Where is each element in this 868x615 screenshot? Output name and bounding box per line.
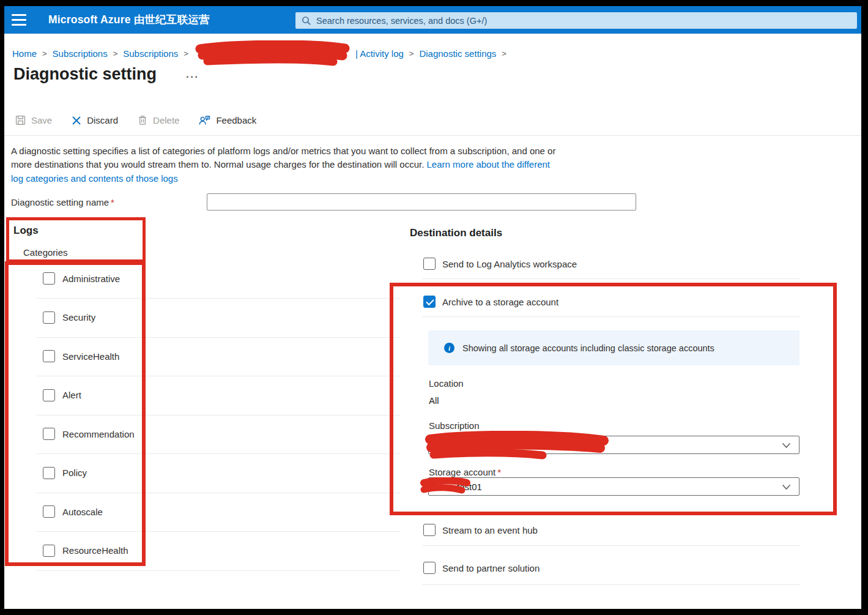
category-row: ServiceHealth <box>43 349 119 363</box>
row-divider <box>37 298 401 299</box>
info-banner: i Showing all storage accounts including… <box>428 330 799 365</box>
checkbox-event-hub[interactable] <box>423 524 436 536</box>
checkbox-recommendation[interactable] <box>43 428 55 440</box>
row-divider <box>37 570 401 571</box>
breadcrumb-activity-log[interactable]: | Activity log <box>355 48 404 59</box>
breadcrumb: Home > Subscriptions > Subscriptions > N… <box>12 45 512 61</box>
checkbox-servicehealth[interactable] <box>43 350 55 362</box>
azure-portal-window: Microsoft Azure 由世纪互联运营 Home > Subscript… <box>4 6 861 609</box>
category-row: Administrative <box>43 272 120 285</box>
category-row: Policy <box>43 466 87 480</box>
row-divider <box>37 453 401 454</box>
command-bar: Save Discard Delete Feedback <box>15 115 256 125</box>
discard-button[interactable]: Discard <box>72 115 118 125</box>
required-asterisk: * <box>497 467 501 477</box>
breadcrumb-separator: > <box>502 49 506 58</box>
destination-details-title: Destination details <box>410 227 502 239</box>
row-divider <box>37 531 401 532</box>
diagnostic-setting-name-label: Diagnostic setting name* <box>11 197 114 207</box>
page-title: Diagnostic setting <box>13 65 157 84</box>
row-divider <box>37 337 401 338</box>
info-icon: i <box>444 343 454 353</box>
hamburger-menu-icon[interactable] <box>12 14 28 26</box>
red-scribble-annotation <box>194 40 352 66</box>
trash-icon <box>138 115 147 125</box>
delete-button[interactable]: Delete <box>138 115 179 125</box>
checkbox-administrative[interactable] <box>43 272 55 285</box>
top-bar: Microsoft Azure 由世纪互联运营 <box>4 6 861 34</box>
row-divider <box>37 493 401 493</box>
logs-section-title: Logs <box>13 225 39 237</box>
search-input[interactable] <box>316 16 857 26</box>
diagnostic-setting-name-input[interactable] <box>207 193 636 211</box>
row-divider <box>422 316 800 317</box>
breadcrumb-subscriptions-2[interactable]: Subscriptions <box>123 48 178 59</box>
checkbox-alert[interactable] <box>43 389 55 401</box>
subscription-dropdown[interactable] <box>428 436 799 454</box>
breadcrumb-subscription-redacted[interactable]: NL BU | Activity log <box>194 40 404 66</box>
category-row: ResourceHealth <box>43 544 128 557</box>
checkbox-security[interactable] <box>43 311 55 324</box>
breadcrumb-diagnostic-settings[interactable]: Diagnostic settings <box>419 48 496 59</box>
row-divider <box>37 415 401 416</box>
storage-account-dropdown[interactable]: dlssatest01 <box>428 477 799 496</box>
subscription-label: Subscription <box>429 420 480 431</box>
storage-account-label: Storage account* <box>429 467 501 477</box>
checkbox-partner-solution[interactable] <box>423 562 436 574</box>
category-row: Autoscale <box>43 505 103 518</box>
brand-title: Microsoft Azure 由世纪互联运营 <box>48 6 210 34</box>
chevron-down-icon <box>782 442 791 449</box>
breadcrumb-separator: > <box>409 49 414 58</box>
discard-x-icon <box>72 116 81 125</box>
breadcrumb-home[interactable]: Home <box>12 48 37 59</box>
log-analytics-option: Send to Log Analytics workspace <box>423 257 577 270</box>
search-icon <box>302 16 311 26</box>
feedback-icon <box>199 115 210 125</box>
annotation-rect-categories <box>5 261 146 566</box>
breadcrumb-separator: > <box>42 49 47 58</box>
category-row: Security <box>43 311 95 324</box>
checkbox-log-analytics[interactable] <box>423 258 436 270</box>
checkbox-policy[interactable] <box>43 467 55 479</box>
checkbox-autoscale[interactable] <box>43 505 55 518</box>
category-row: Alert <box>43 389 81 402</box>
partner-solution-option: Send to partner solution <box>423 561 540 575</box>
logs-categories-subtitle: Categories <box>23 247 68 258</box>
checkbox-archive-storage[interactable] <box>423 296 436 308</box>
storage-account-value: dlssatest01 <box>436 482 482 492</box>
location-value: All <box>429 395 439 406</box>
row-divider <box>37 376 401 376</box>
row-divider <box>422 278 800 279</box>
row-divider <box>422 545 800 546</box>
chevron-down-icon <box>782 484 791 490</box>
feedback-button[interactable]: Feedback <box>199 115 256 125</box>
category-row: Recommendation <box>43 427 135 441</box>
row-divider <box>422 584 800 585</box>
event-hub-option: Stream to an event hub <box>423 523 538 537</box>
global-search[interactable] <box>295 12 857 29</box>
location-label: Location <box>429 378 464 389</box>
page-description: A diagnostic setting specifies a list of… <box>11 144 565 185</box>
breadcrumb-subscriptions-1[interactable]: Subscriptions <box>53 48 108 59</box>
save-icon <box>15 115 26 125</box>
archive-storage-option: Archive to a storage account <box>423 295 558 308</box>
more-options-button[interactable]: ··· <box>186 71 199 83</box>
save-button[interactable]: Save <box>15 115 52 125</box>
checkbox-resourcehealth[interactable] <box>43 545 55 557</box>
required-asterisk: * <box>111 197 114 207</box>
toolbar-divider <box>4 135 861 136</box>
breadcrumb-separator: > <box>184 49 188 58</box>
breadcrumb-separator: > <box>113 49 118 58</box>
